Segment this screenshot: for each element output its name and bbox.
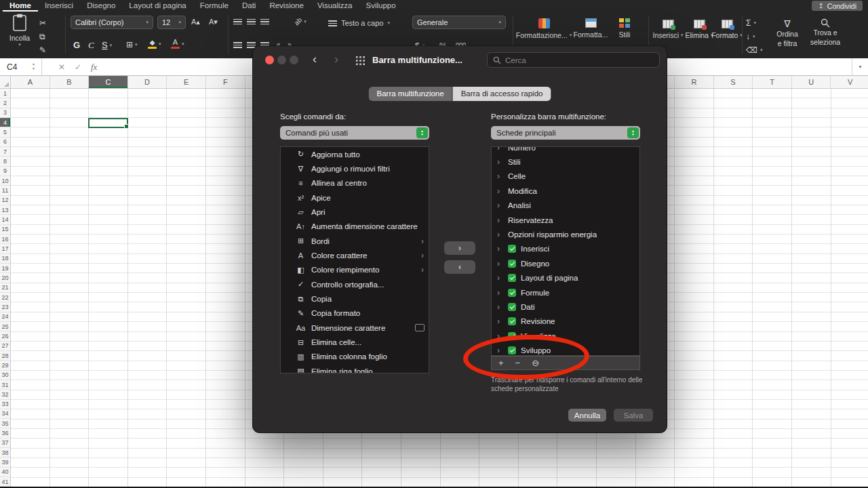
add-command-button[interactable]: ›: [444, 241, 475, 255]
command-item[interactable]: AaDimensione carattere: [281, 321, 429, 335]
column-header-D[interactable]: D: [128, 76, 167, 88]
column-header-V[interactable]: V: [831, 76, 868, 88]
cancel-button[interactable]: Annulla: [568, 409, 606, 422]
row-header-35[interactable]: 35: [0, 419, 10, 428]
checkbox-checked-icon[interactable]: [508, 245, 516, 253]
row-header-26[interactable]: 26: [0, 331, 10, 341]
command-item[interactable]: ▥Elimina colonna foglio: [281, 350, 429, 364]
tab-visualizza[interactable]: Visualizza: [311, 0, 359, 12]
format-cells-button[interactable]: Formato ▾: [712, 20, 742, 39]
align-left-button[interactable]: [233, 42, 242, 48]
column-header-A[interactable]: A: [11, 76, 50, 88]
ribbon-tab-item-celle[interactable]: ›Celle: [492, 169, 639, 184]
close-window-button[interactable]: [265, 56, 274, 64]
column-header-C[interactable]: C: [89, 76, 128, 88]
row-header-5[interactable]: 5: [0, 127, 10, 137]
underline-button[interactable]: S ▾: [102, 40, 112, 50]
column-header-E[interactable]: E: [167, 76, 206, 88]
number-format-combo[interactable]: Generale ▾: [412, 16, 506, 29]
row-header-41[interactable]: 41: [0, 477, 10, 487]
command-item[interactable]: ▱Apri: [281, 205, 429, 219]
row-header-20[interactable]: 20: [0, 273, 10, 283]
italic-button[interactable]: C: [88, 40, 94, 51]
command-item[interactable]: x²Apice: [281, 190, 429, 205]
wrap-text-button[interactable]: Testo a capo ▾: [328, 19, 390, 27]
row-header-11[interactable]: 11: [0, 186, 10, 195]
row-header-12[interactable]: 12: [0, 196, 10, 205]
align-center-button[interactable]: [247, 42, 256, 48]
tab-inserisci[interactable]: Inserisci: [38, 0, 80, 12]
row-header-3[interactable]: 3: [0, 108, 10, 118]
font-size-combo[interactable]: 12 ▾: [157, 16, 186, 29]
dialog-search-field[interactable]: Cerca: [487, 52, 660, 68]
name-box[interactable]: C4: [0, 58, 42, 75]
row-header-24[interactable]: 24: [0, 312, 10, 322]
ribbon-tab-item-disegno[interactable]: ›Disegno: [492, 256, 639, 270]
row-header-8[interactable]: 8: [0, 157, 10, 166]
ribbon-tab-item-numero[interactable]: ›Numero: [492, 146, 639, 155]
delete-cells-button[interactable]: Elimina ▾: [685, 20, 713, 39]
back-button[interactable]: ‹: [313, 52, 317, 66]
command-item[interactable]: ⊟Elimina celle...: [281, 335, 429, 349]
row-header-13[interactable]: 13: [0, 205, 10, 215]
insert-cells-button[interactable]: Inserisci ▾: [652, 20, 684, 39]
ribbon-tab-item-revisione[interactable]: ›Revisione: [492, 314, 639, 329]
tab-home[interactable]: Home: [3, 0, 38, 12]
checkbox-checked-icon[interactable]: [508, 289, 516, 297]
row-header-31[interactable]: 31: [0, 380, 10, 390]
tab-formule[interactable]: Formule: [193, 0, 235, 12]
font-name-combo[interactable]: Calibri (Corpo) ▾: [71, 16, 153, 29]
row-header-38[interactable]: 38: [0, 448, 10, 458]
ribbon-scope-dropdown[interactable]: Schede principali ▲▼: [491, 126, 640, 140]
command-item[interactable]: ∇Aggiungi o rimuovi filtri: [281, 161, 429, 176]
column-header-R[interactable]: R: [675, 76, 714, 88]
minimize-window-button[interactable]: [277, 56, 286, 64]
command-item[interactable]: A↑Aumenta dimensione carattere: [281, 220, 429, 234]
row-header-18[interactable]: 18: [0, 254, 10, 264]
command-item[interactable]: ◧Colore riempimento›: [281, 263, 429, 277]
row-header-37[interactable]: 37: [0, 439, 10, 448]
bold-button[interactable]: G: [73, 40, 80, 50]
ribbon-tab-item-modifica[interactable]: ›Modifica: [492, 184, 639, 198]
remove-command-button[interactable]: ‹: [444, 260, 475, 274]
tab-sviluppo[interactable]: Sviluppo: [359, 0, 402, 12]
increase-font-button[interactable]: A▴: [191, 18, 200, 26]
autosum-button[interactable]: Σ ▾: [746, 18, 756, 28]
row-header-33[interactable]: 33: [0, 400, 10, 409]
ribbon-tab-item-stili[interactable]: ›Stili: [492, 155, 639, 169]
column-header-S[interactable]: S: [714, 76, 753, 88]
row-header-10[interactable]: 10: [0, 176, 10, 186]
row-header-23[interactable]: 23: [0, 302, 10, 312]
command-item[interactable]: ✓Controllo ortografia...: [281, 277, 429, 291]
row-header-25[interactable]: 25: [0, 322, 10, 331]
row-header-21[interactable]: 21: [0, 283, 10, 293]
selected-cell[interactable]: [88, 118, 128, 128]
tab-layout-di-pagina[interactable]: Layout di pagina: [122, 0, 193, 12]
row-header-34[interactable]: 34: [0, 409, 10, 419]
checkbox-checked-icon[interactable]: [508, 260, 516, 268]
cell-styles-button[interactable]: Stili: [609, 18, 640, 39]
row-header-28[interactable]: 28: [0, 351, 10, 361]
align-top-button[interactable]: [233, 19, 242, 25]
orientation-button[interactable]: ab ▾: [294, 18, 307, 25]
column-header-F[interactable]: F: [206, 76, 245, 88]
checkbox-checked-icon[interactable]: [508, 317, 516, 325]
tab-barra-multifunzione[interactable]: Barra multifunzione: [369, 87, 452, 101]
format-painter-button[interactable]: ✎: [39, 45, 46, 55]
row-header-4[interactable]: 4: [0, 118, 10, 127]
forward-button[interactable]: ›: [334, 52, 338, 66]
paste-button[interactable]: Incolla ▾: [4, 14, 35, 57]
row-header-32[interactable]: 32: [0, 390, 10, 399]
borders-button[interactable]: ⊞ ▾: [126, 40, 138, 49]
save-button[interactable]: Salva: [614, 409, 653, 422]
align-bottom-button[interactable]: [260, 19, 269, 25]
command-item[interactable]: ≡Allinea al centro: [281, 176, 429, 190]
row-header-7[interactable]: 7: [0, 147, 10, 157]
formula-bar-collapse-button[interactable]: ▾: [852, 58, 868, 75]
format-as-table-button[interactable]: Formatta...: [571, 18, 610, 39]
tab-barra-accesso-rapido[interactable]: Barra di accesso rapido: [453, 87, 551, 101]
row-header-40[interactable]: 40: [0, 468, 10, 477]
confirm-entry-button[interactable]: ✓: [75, 58, 81, 75]
zoom-window-button[interactable]: [290, 56, 298, 64]
command-item[interactable]: ✎Copia formato: [281, 306, 429, 321]
